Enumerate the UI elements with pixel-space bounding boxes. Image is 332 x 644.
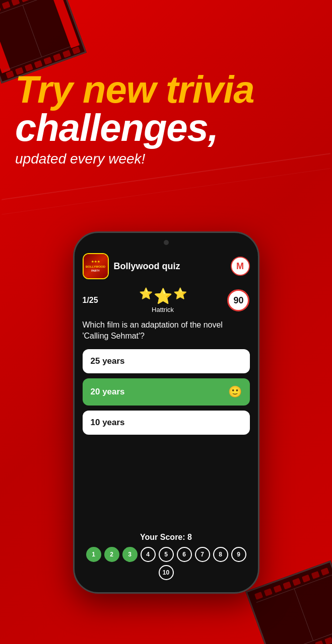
hero-subtitle: updated every week! <box>15 151 317 167</box>
svg-rect-8 <box>6 70 14 78</box>
answer-option-2[interactable]: 20 years 🙂 <box>83 378 250 406</box>
star-1: ⭐ <box>139 287 153 305</box>
score-dot-7[interactable]: 7 <box>195 547 210 562</box>
user-avatar: M <box>231 257 250 276</box>
star-3: ⭐ <box>173 287 187 305</box>
quiz-icon: ★ ★ ★ BOLLYWOOD PARTY <box>83 253 109 279</box>
score-dot-5[interactable]: 5 <box>159 547 174 562</box>
svg-rect-26 <box>320 568 329 576</box>
svg-line-37 <box>294 589 313 640</box>
phone-frame: ★ ★ ★ BOLLYWOOD PARTY Bollywood quiz M 1… <box>73 231 259 594</box>
score-dot-6[interactable]: 6 <box>177 547 192 562</box>
phone-mockup: ★ ★ ★ BOLLYWOOD PARTY Bollywood quiz M 1… <box>73 231 259 594</box>
question-text: Which film is an adaptation of the novel… <box>83 319 250 342</box>
quiz-header: ★ ★ ★ BOLLYWOOD PARTY Bollywood quiz M <box>83 253 250 279</box>
score-dot-8[interactable]: 8 <box>213 547 228 562</box>
score-dots: 1 2 3 4 5 6 7 8 9 10 <box>83 547 250 580</box>
star-2: ⭐ <box>154 287 172 305</box>
score-dot-2[interactable]: 2 <box>104 547 119 562</box>
hero-line1: Try new trivia <box>15 70 317 109</box>
svg-rect-21 <box>274 585 282 593</box>
answer-text-3: 10 years <box>91 418 125 428</box>
hero-line2: challenges, <box>15 109 317 147</box>
svg-rect-1 <box>0 5 1 13</box>
svg-rect-14 <box>62 50 71 58</box>
answer-option-3[interactable]: 10 years <box>83 411 250 435</box>
score-dot-10[interactable]: 10 <box>159 565 174 580</box>
score-dot-3[interactable]: 3 <box>122 547 138 562</box>
score-label: Your Score: 8 <box>83 533 250 542</box>
score-dot-1[interactable]: 1 <box>86 547 101 562</box>
svg-line-36 <box>275 627 332 644</box>
score-section: Your Score: 8 1 2 3 4 5 6 7 8 9 10 <box>83 533 250 584</box>
phone-camera <box>164 240 169 245</box>
svg-rect-13 <box>53 53 61 61</box>
question-number: 1/25 <box>83 296 98 305</box>
svg-rect-22 <box>283 582 291 590</box>
score-dot-4[interactable]: 4 <box>141 547 156 562</box>
svg-rect-11 <box>34 60 42 68</box>
svg-rect-12 <box>43 57 52 65</box>
svg-rect-15 <box>72 46 81 54</box>
correct-emoji: 🙂 <box>228 385 242 398</box>
svg-rect-23 <box>292 578 301 586</box>
svg-rect-4 <box>21 0 29 3</box>
svg-rect-25 <box>311 571 320 579</box>
answer-option-1[interactable]: 25 years <box>83 349 250 373</box>
hattrick-label: Hattrick <box>152 306 174 313</box>
svg-rect-20 <box>264 588 273 596</box>
hero-section: Try new trivia challenges, updated every… <box>15 70 317 167</box>
svg-rect-24 <box>302 575 310 583</box>
svg-rect-31 <box>315 640 323 644</box>
stars-row: ⭐ ⭐ ⭐ <box>139 287 187 305</box>
progress-row: 1/25 ⭐ ⭐ ⭐ Hattrick 90 <box>83 287 250 313</box>
svg-rect-3 <box>11 0 20 6</box>
svg-line-18 <box>23 5 42 57</box>
score-dot-9[interactable]: 9 <box>231 547 246 562</box>
svg-line-16 <box>0 0 60 19</box>
timer-circle: 90 <box>227 289 249 311</box>
answer-text-2: 20 years <box>91 387 125 397</box>
svg-rect-32 <box>324 637 332 644</box>
svg-rect-2 <box>2 1 11 9</box>
stars-container: ⭐ ⭐ ⭐ Hattrick <box>139 287 187 313</box>
quiz-title-label: Bollywood quiz <box>114 261 226 272</box>
phone-screen: ★ ★ ★ BOLLYWOOD PARTY Bollywood quiz M 1… <box>75 233 258 592</box>
answer-text-1: 25 years <box>91 356 125 366</box>
